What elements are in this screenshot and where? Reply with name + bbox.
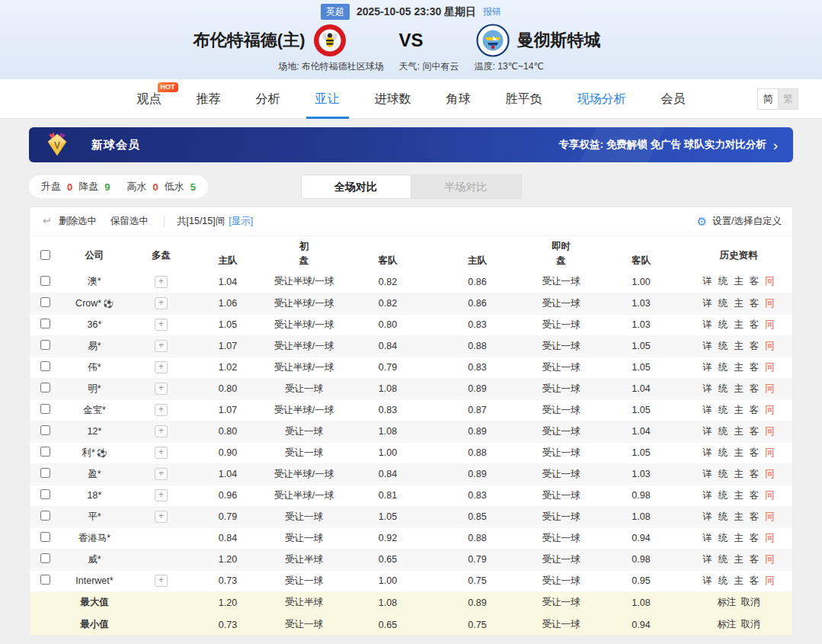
- row-checkbox[interactable]: [40, 319, 50, 328]
- history-link[interactable]: 主: [734, 447, 744, 458]
- history-link[interactable]: 主: [734, 490, 744, 501]
- history-link[interactable]: 统: [718, 276, 728, 287]
- history-link[interactable]: 详: [702, 341, 712, 351]
- history-link[interactable]: 主: [734, 341, 744, 351]
- company-name[interactable]: 36*: [88, 319, 102, 330]
- multi-add-button[interactable]: +: [155, 425, 168, 437]
- tab-half-match-compare[interactable]: 半场对比: [411, 175, 522, 199]
- history-link[interactable]: 统: [718, 511, 728, 522]
- tab-full-match-compare[interactable]: 全场对比: [301, 175, 411, 199]
- multi-add-button[interactable]: +: [155, 447, 168, 459]
- row-checkbox[interactable]: [40, 425, 50, 435]
- lang-simplified-button[interactable]: 简: [758, 89, 778, 109]
- select-all-checkbox[interactable]: [40, 250, 50, 260]
- nav-tab[interactable]: 亚让: [315, 79, 340, 119]
- row-checkbox[interactable]: [40, 447, 50, 457]
- history-link[interactable]: 详: [702, 469, 712, 479]
- history-link[interactable]: 详: [702, 554, 712, 565]
- history-link[interactable]: 客: [750, 575, 760, 586]
- history-link[interactable]: 详: [702, 575, 712, 586]
- history-link[interactable]: 详: [702, 298, 712, 309]
- nav-tab[interactable]: 胜平负: [506, 79, 542, 119]
- row-checkbox[interactable]: [40, 361, 50, 371]
- nav-tab[interactable]: 现场分析: [577, 79, 626, 119]
- history-link[interactable]: 客: [750, 383, 760, 394]
- multi-add-button[interactable]: +: [155, 575, 168, 587]
- history-link[interactable]: 主: [734, 276, 744, 287]
- company-name[interactable]: 18*: [88, 490, 102, 501]
- history-link[interactable]: 客: [750, 298, 760, 309]
- history-link[interactable]: 详: [702, 276, 712, 287]
- history-link[interactable]: 客: [750, 426, 760, 437]
- history-link[interactable]: 同: [765, 554, 775, 565]
- multi-add-button[interactable]: +: [155, 404, 168, 416]
- nav-tab[interactable]: 角球: [446, 79, 471, 119]
- multi-add-button[interactable]: +: [155, 319, 168, 331]
- history-link[interactable]: 统: [718, 383, 728, 394]
- history-link[interactable]: 客: [750, 490, 760, 501]
- history-link[interactable]: 客: [750, 447, 760, 458]
- summary-link[interactable]: 取消: [741, 597, 760, 607]
- history-link[interactable]: 客: [750, 469, 760, 479]
- history-link[interactable]: 主: [734, 575, 744, 586]
- history-link[interactable]: 详: [702, 490, 712, 501]
- history-link[interactable]: 详: [702, 362, 712, 373]
- multi-add-button[interactable]: +: [155, 511, 168, 523]
- company-name[interactable]: 易*: [88, 341, 101, 351]
- history-link[interactable]: 同: [765, 447, 775, 458]
- settings-control[interactable]: ⚙ 设置/选择自定义: [697, 215, 782, 228]
- history-link[interactable]: 主: [734, 319, 744, 330]
- history-link[interactable]: 客: [750, 276, 760, 287]
- history-link[interactable]: 客: [750, 341, 760, 351]
- history-link[interactable]: 统: [718, 298, 728, 309]
- company-name[interactable]: 威*: [88, 554, 101, 565]
- summary-link[interactable]: 标注: [718, 597, 737, 607]
- nav-tab[interactable]: 观点HOT: [137, 79, 162, 119]
- history-link[interactable]: 同: [765, 426, 775, 437]
- company-name[interactable]: 平*: [88, 511, 101, 522]
- history-link[interactable]: 客: [750, 511, 760, 522]
- history-link[interactable]: 同: [765, 533, 775, 543]
- lang-traditional-button[interactable]: 繁: [778, 89, 798, 109]
- company-name[interactable]: 盈*: [88, 469, 101, 479]
- history-link[interactable]: 统: [718, 405, 728, 415]
- history-link[interactable]: 同: [765, 575, 775, 586]
- history-link[interactable]: 主: [734, 405, 744, 415]
- history-link[interactable]: 客: [750, 533, 760, 543]
- multi-add-button[interactable]: +: [155, 361, 168, 373]
- history-link[interactable]: 详: [702, 383, 712, 394]
- row-checkbox[interactable]: [40, 489, 50, 499]
- history-link[interactable]: 同: [765, 383, 775, 394]
- row-checkbox[interactable]: [40, 553, 50, 563]
- multi-add-button[interactable]: +: [155, 340, 168, 352]
- history-link[interactable]: 统: [718, 575, 728, 586]
- history-link[interactable]: 同: [765, 511, 775, 522]
- nav-tab[interactable]: 会员: [661, 79, 686, 119]
- row-checkbox[interactable]: [40, 532, 50, 542]
- history-link[interactable]: 详: [702, 533, 712, 543]
- history-link[interactable]: 主: [734, 511, 744, 522]
- delete-selected-button[interactable]: 删除选中: [59, 215, 97, 228]
- report-error-link[interactable]: 报错: [483, 5, 501, 18]
- history-link[interactable]: 同: [765, 469, 775, 479]
- row-checkbox[interactable]: [40, 468, 50, 478]
- history-link[interactable]: 客: [750, 554, 760, 565]
- company-name[interactable]: 12*: [88, 426, 102, 437]
- company-name[interactable]: 金宝*: [83, 405, 106, 415]
- history-link[interactable]: 详: [702, 447, 712, 458]
- history-link[interactable]: 同: [765, 341, 775, 351]
- history-link[interactable]: 统: [718, 533, 728, 543]
- multi-add-button[interactable]: +: [155, 383, 168, 395]
- history-link[interactable]: 同: [765, 319, 775, 330]
- nav-tab[interactable]: 推荐: [197, 79, 221, 119]
- history-link[interactable]: 主: [734, 426, 744, 437]
- history-link[interactable]: 统: [718, 490, 728, 501]
- history-link[interactable]: 同: [765, 362, 775, 373]
- multi-add-button[interactable]: +: [155, 468, 168, 480]
- company-name[interactable]: 澳*: [88, 276, 101, 287]
- history-link[interactable]: 详: [702, 405, 712, 415]
- multi-add-button[interactable]: +: [155, 489, 168, 501]
- company-name[interactable]: 明*: [88, 383, 101, 394]
- history-link[interactable]: 统: [718, 447, 728, 458]
- history-link[interactable]: 客: [750, 319, 760, 330]
